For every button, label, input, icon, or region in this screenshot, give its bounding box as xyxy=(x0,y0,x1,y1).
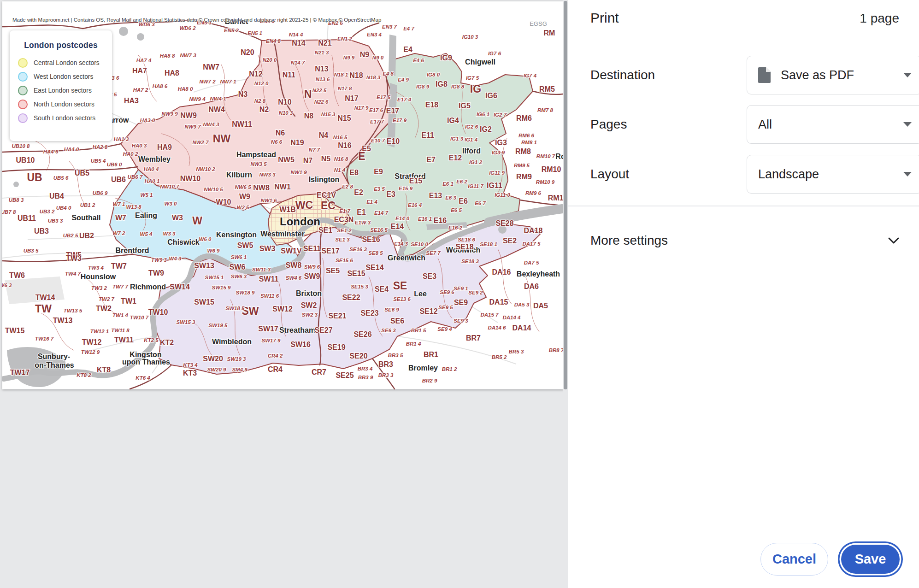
map-label: SW18 5 xyxy=(226,306,245,311)
map-label: Bexleyheath xyxy=(517,270,560,278)
map-label: E1 xyxy=(357,208,366,216)
map-label: IG10 3 xyxy=(462,34,478,40)
map-label: BR5 3 xyxy=(509,349,524,354)
pages-dropdown[interactable]: All xyxy=(747,105,919,144)
map-label: SE18 1 xyxy=(480,241,497,247)
print-title: Print xyxy=(590,10,619,26)
map-label: SW11 xyxy=(259,275,279,283)
map-label: RM5 xyxy=(539,85,555,93)
map-label: E16 xyxy=(434,217,447,224)
map-label: W10 xyxy=(216,198,231,206)
preview-scrollbar[interactable] xyxy=(563,0,568,588)
map-label: UB4 xyxy=(49,192,64,200)
map-label: HA7 2 xyxy=(133,87,148,93)
map-label: HA4 6 xyxy=(43,149,59,154)
map-label: SE15 3 xyxy=(351,284,368,289)
map-label: HA7 4 xyxy=(136,58,152,63)
map-label: TW12 9 xyxy=(81,349,100,355)
map-label: IG9 xyxy=(440,54,452,62)
map-label: W7 xyxy=(115,214,126,222)
map-label: EGSG xyxy=(530,20,547,27)
map-label: NW10 7 xyxy=(160,184,179,189)
legend-swatch xyxy=(18,100,28,109)
dialog-button-bar: Cancel Save xyxy=(760,542,902,576)
map-label: Chigwell xyxy=(465,58,495,66)
cancel-button[interactable]: Cancel xyxy=(760,543,828,576)
map-label: N6 6 xyxy=(271,139,283,145)
map-label: UB10 xyxy=(16,156,35,164)
map-label: UB10 8 xyxy=(12,143,30,149)
map-label: SE19 xyxy=(327,343,345,351)
map-label: Hampstead xyxy=(236,151,276,159)
map-label: UB1 2 xyxy=(80,202,95,208)
map-label: N14 xyxy=(292,39,305,47)
page-count: 1 page xyxy=(860,11,899,26)
destination-dropdown[interactable]: Save as PDF xyxy=(747,56,919,94)
map-label: N21 xyxy=(318,39,331,47)
map-label: HA8 6 xyxy=(153,83,168,89)
chevron-down-icon xyxy=(903,73,912,77)
map-label: N9 xyxy=(360,51,370,59)
map-label: E12 xyxy=(449,154,462,162)
map-label: SW9 6 xyxy=(304,264,320,270)
map-label: NW9 7 xyxy=(184,124,201,129)
map-label: IG11 7 xyxy=(468,183,483,189)
map-label: E14 0 xyxy=(395,216,410,221)
map-label: W1B xyxy=(279,206,296,213)
map-label: NW7 2 xyxy=(199,79,216,84)
map-label: SW17 xyxy=(258,325,278,333)
map-label: SW12 xyxy=(272,305,293,313)
layout-dropdown[interactable]: Landscape xyxy=(747,155,919,194)
pages-value: All xyxy=(758,118,903,132)
legend-item-label: North London sectors xyxy=(34,101,94,108)
map-label: N16 xyxy=(338,141,351,149)
map-label: N12 xyxy=(249,70,262,78)
map-label: UB2 xyxy=(79,232,94,240)
map-label: TW3 2 xyxy=(91,285,107,291)
map-label: N18 xyxy=(349,71,363,79)
map-label: IG7 4 xyxy=(524,73,537,78)
map-label: HA8 0 xyxy=(178,86,193,92)
legend-item: East London sectors xyxy=(10,83,112,97)
map-label: SW6 xyxy=(230,263,246,271)
map-label: HA0 2 xyxy=(123,151,138,157)
map-label: SW13 xyxy=(194,262,214,270)
map-label: NW xyxy=(213,133,231,145)
map-label: SW15 xyxy=(194,298,214,306)
map-label: BR3 3 xyxy=(378,372,394,378)
map-label: BR1 5 xyxy=(411,328,426,333)
map-label: SW4 6 xyxy=(286,275,302,281)
map-label: N14 7 xyxy=(291,60,305,65)
map-label: TW11 xyxy=(114,336,134,344)
map-label: RM9 6 xyxy=(525,190,541,196)
map-label: UB xyxy=(27,171,42,183)
map-label: CR4 2 xyxy=(268,353,283,359)
map-label: W3 xyxy=(172,214,183,222)
map-label: E6 2 xyxy=(456,179,467,184)
save-button[interactable]: Save xyxy=(841,545,900,574)
map-label: TW14 xyxy=(35,294,55,301)
more-settings-toggle[interactable]: More settings xyxy=(590,224,900,257)
map-label: Kilburn xyxy=(226,171,252,179)
map-label: SE27 xyxy=(314,326,332,334)
map-label: NW4 3 xyxy=(203,122,219,127)
map-label: DA15 7 xyxy=(481,312,499,318)
map-label: SE21 xyxy=(328,312,346,320)
map-label: E17 5 xyxy=(377,94,391,100)
scrollbar-thumb[interactable] xyxy=(564,1,567,389)
map-label: SW9 xyxy=(304,272,320,280)
map-label: E4 8 xyxy=(383,71,394,76)
map-label: UB2 5 xyxy=(63,233,78,238)
map-label: W5 4 xyxy=(140,231,153,237)
map-label: E6 7 xyxy=(475,200,486,206)
map-label: IG4 xyxy=(447,117,459,124)
map-label: EN5 2 xyxy=(224,28,239,33)
map-label: EN5 1 xyxy=(247,30,262,36)
map-label: IG5 xyxy=(459,102,471,110)
map-label: RM6 xyxy=(516,114,532,122)
map-label: W9 xyxy=(239,193,250,200)
print-preview-pane: BarnetChigwellWembleyHarrowHampsteadKilb… xyxy=(0,0,568,588)
map-label: N16 8 xyxy=(334,156,348,162)
map-label: UB6 7 xyxy=(128,174,143,180)
map-label: TW12 xyxy=(82,338,102,346)
